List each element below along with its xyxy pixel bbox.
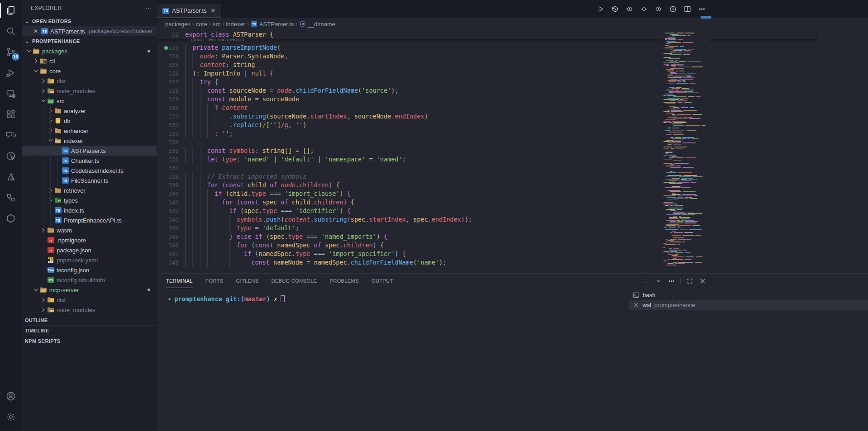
new-terminal-icon[interactable] — [642, 277, 649, 284]
line-number[interactable]: 340 — [157, 190, 185, 197]
history-icon[interactable] — [611, 5, 619, 13]
line-number[interactable]: 346 — [157, 242, 185, 249]
tree-item--npmignore[interactable]: n.npmignore — [22, 235, 157, 245]
tree-item-astparser-ts[interactable]: TSASTParser.ts — [22, 146, 157, 156]
breadcrumb-item-src[interactable]: src — [213, 21, 220, 28]
breadcrumb-item-indexer[interactable]: indexer — [226, 21, 245, 28]
activity-qodo-icon[interactable] — [0, 208, 22, 229]
maximize-icon[interactable] — [686, 277, 693, 284]
tree-item-types[interactable]: TStypes — [22, 195, 157, 205]
tree-item-promptenhanceapi-ts[interactable]: TSPromptEnhanceAPI.ts — [22, 215, 157, 225]
activity-extensions-icon[interactable] — [0, 104, 22, 125]
terminal-instance-wsl[interactable]: wslpromptenhance — [629, 300, 868, 310]
run-icon[interactable] — [596, 5, 605, 13]
line-number[interactable]: 323 — [157, 44, 185, 51]
code-line-324[interactable]: 324 node: Parser.SyntaxNode, — [157, 52, 868, 61]
activity-run-and-debug-icon[interactable] — [0, 62, 22, 83]
line-number[interactable]: 337 — [157, 165, 185, 171]
activity-search-icon[interactable] — [0, 21, 22, 42]
activity-source-control-icon[interactable]: 10 — [0, 42, 22, 62]
tree-item-retriever[interactable]: retriever — [22, 185, 157, 195]
code-line-346[interactable]: 346 for (const namedSpec of spec.childre… — [157, 241, 868, 250]
code-line-339[interactable]: 339 for (const child of node.children) { — [157, 181, 868, 189]
line-number[interactable]: 336 — [157, 156, 185, 163]
close-icon[interactable]: ✕ — [33, 28, 39, 34]
code-line-335[interactable]: 335 const symbols: string[] = []; — [157, 147, 868, 155]
activity-blocks-icon[interactable] — [0, 187, 22, 208]
activity-chat-icon[interactable] — [0, 125, 22, 146]
code-line-344[interactable]: 344 type = 'default'; — [157, 224, 868, 232]
code-line-334[interactable]: 334 — [157, 138, 868, 147]
tree-item-core[interactable]: core — [22, 66, 157, 76]
panel-tab-problems[interactable]: PROBLEMS — [330, 274, 359, 288]
code-line-329[interactable]: 329 const module = sourceNode — [157, 95, 868, 104]
tree-item-codebaseindexer-ts[interactable]: TSCodebaseIndexer.ts — [22, 166, 157, 175]
tab-astparser[interactable]: TS ASTParser.ts ✕ — [157, 4, 222, 18]
section-outline[interactable]: OUTLINE — [22, 315, 157, 325]
split-editor-icon[interactable] — [683, 5, 692, 13]
panel-tab-ports[interactable]: PORTS — [205, 274, 224, 288]
line-number[interactable]: 324 — [157, 53, 185, 60]
code-line-348[interactable]: 348 const nameNode = namedSpec.childForF… — [157, 258, 868, 267]
line-number[interactable]: 345 — [157, 233, 185, 240]
line-number[interactable]: 325 — [157, 62, 185, 68]
code-line-331[interactable]: 331 .substring(sourceNode.startIndex, so… — [157, 112, 868, 121]
code-line-338[interactable]: 338 // Extract imported symbols — [157, 172, 868, 181]
code-line-340[interactable]: 340 if (child.type === 'import_clause') … — [157, 189, 868, 198]
line-number[interactable]: 348 — [157, 259, 185, 266]
line-number[interactable]: 328 — [157, 87, 185, 94]
activity-gitlens-icon[interactable] — [0, 146, 22, 166]
line-number[interactable]: 329 — [157, 96, 185, 103]
line-number[interactable]: 327 — [157, 79, 185, 85]
line-number[interactable]: 335 — [157, 147, 185, 154]
breadcrumb-item-astparser-ts[interactable]: TSASTParser.ts — [251, 21, 294, 28]
open-editors-section[interactable]: ⌄ OPEN EDITORS — [22, 16, 157, 26]
code-line-332[interactable]: 332 .replace(/['"]/g, '') — [157, 121, 868, 129]
close-icon[interactable] — [699, 277, 706, 284]
code-line-328[interactable]: 328 const sourceNode = node.childForFiel… — [157, 86, 868, 95]
more-actions-icon[interactable] — [698, 5, 706, 13]
panel-tab-output[interactable]: OUTPUT — [372, 274, 393, 288]
code-line-330[interactable]: 330 ? content — [157, 104, 868, 112]
line-number[interactable]: 334 — [157, 139, 185, 146]
line-number[interactable]: 342 — [157, 208, 185, 214]
open-editor-item[interactable]: ✕ TS ASTParser.ts packages\core\src\inde… — [22, 26, 157, 36]
tree-item-node-modules[interactable]: npmnode_modules — [22, 305, 157, 315]
code-line-333[interactable]: 333 : ''; — [157, 129, 868, 138]
code-line-343[interactable]: 343 symbols.push(content.substring(spec.… — [157, 215, 868, 224]
line-number[interactable]: 332 — [157, 122, 185, 128]
activity-account-icon[interactable] — [0, 386, 22, 407]
tree-item-tsconfig-tsbuildinfo[interactable]: TStsconfig.tsbuildinfo — [22, 275, 157, 285]
minimap[interactable] — [662, 30, 709, 273]
gitlens-graph-icon[interactable] — [669, 5, 677, 13]
tree-item-package-json[interactable]: npackage.json — [22, 245, 157, 255]
code-line-342[interactable]: 342 if (spec.type === 'identifier') { — [157, 207, 868, 215]
breadcrumb-item-packages[interactable]: packages — [165, 21, 191, 28]
line-number[interactable]: 331 — [157, 113, 185, 120]
tree-item-chunker-ts[interactable]: TSChunker.ts — [22, 156, 157, 166]
breadcrumb-item-core[interactable]: core — [196, 21, 207, 28]
pending-change-icon[interactable] — [640, 5, 648, 13]
tree-item-indexer[interactable]: indexer — [22, 136, 157, 146]
activity-explorer-icon[interactable] — [0, 0, 22, 21]
panel-tab-gitlens[interactable]: GITLENS — [236, 274, 259, 288]
line-number[interactable]: 338 — [157, 173, 185, 180]
line-number[interactable]: 330 — [157, 104, 185, 111]
tree-item-src[interactable]: src — [22, 96, 157, 106]
line-number[interactable]: 344 — [157, 225, 185, 232]
code-line-325[interactable]: 325 content: string — [157, 61, 868, 69]
section-timeline[interactable]: TIMELINE — [22, 325, 157, 336]
code-line-347[interactable]: 347 if (namedSpec.type === 'import_speci… — [157, 250, 868, 258]
activity-remote-explorer-icon[interactable] — [0, 83, 22, 104]
section-npm-scripts[interactable]: NPM SCRIPTS — [22, 336, 157, 346]
line-number[interactable]: 333 — [157, 130, 185, 137]
more-icon[interactable] — [668, 277, 675, 284]
code-line-323[interactable]: 323 private parseImportNode( — [157, 43, 868, 52]
line-number[interactable]: 341 — [157, 199, 185, 206]
tree-item-node-modules[interactable]: npmnode_modules — [22, 86, 157, 96]
line-number[interactable]: 339 — [157, 182, 185, 189]
test-run-dot[interactable] — [164, 46, 168, 50]
code-editor[interactable]: 322Qodo: Test this method323 private par… — [157, 30, 868, 273]
activity-settings-icon[interactable] — [0, 407, 22, 427]
sticky-scroll-line[interactable]: 52 export class ASTParser { — [157, 30, 816, 39]
